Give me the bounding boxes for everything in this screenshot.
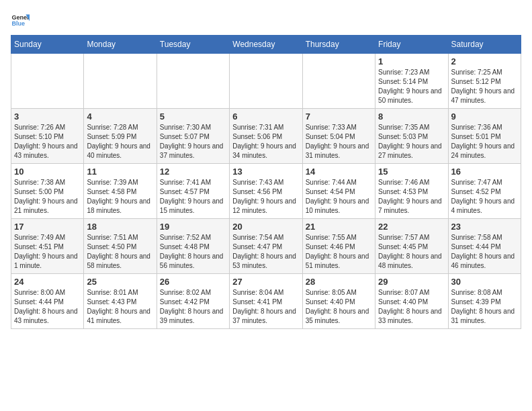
calendar-cell [11, 54, 84, 109]
day-number: 14 [306, 167, 372, 177]
day-info: Sunrise: 7:43 AM Sunset: 4:56 PM Dayligh… [232, 178, 299, 216]
day-header-wednesday: Wednesday [230, 36, 302, 54]
calendar-cell: 15Sunrise: 7:46 AM Sunset: 4:53 PM Dayli… [375, 164, 448, 219]
day-number: 20 [232, 222, 299, 232]
day-info: Sunrise: 8:02 AM Sunset: 4:42 PM Dayligh… [160, 288, 226, 326]
day-info: Sunrise: 7:54 AM Sunset: 4:47 PM Dayligh… [232, 233, 299, 271]
header: General Blue [11, 11, 521, 30]
day-info: Sunrise: 8:01 AM Sunset: 4:43 PM Dayligh… [87, 288, 153, 326]
calendar-cell: 1Sunrise: 7:23 AM Sunset: 5:14 PM Daylig… [375, 54, 448, 109]
calendar-cell: 24Sunrise: 8:00 AM Sunset: 4:44 PM Dayli… [11, 274, 84, 329]
logo-icon: General Blue [11, 11, 30, 30]
calendar-cell: 6Sunrise: 7:31 AM Sunset: 5:06 PM Daylig… [230, 109, 302, 164]
day-info: Sunrise: 7:38 AM Sunset: 5:00 PM Dayligh… [14, 178, 81, 216]
day-number: 29 [378, 277, 445, 287]
day-number: 11 [87, 167, 153, 177]
calendar-cell: 20Sunrise: 7:54 AM Sunset: 4:47 PM Dayli… [230, 219, 302, 274]
calendar-cell [84, 54, 157, 109]
calendar-cell: 18Sunrise: 7:51 AM Sunset: 4:50 PM Dayli… [84, 219, 157, 274]
day-info: Sunrise: 7:46 AM Sunset: 4:53 PM Dayligh… [378, 178, 445, 216]
day-number: 25 [87, 277, 153, 287]
day-number: 16 [451, 167, 518, 177]
calendar-cell [230, 54, 302, 109]
day-number: 5 [160, 111, 226, 122]
day-number: 8 [378, 111, 445, 122]
day-number: 4 [87, 111, 153, 122]
day-number: 24 [14, 277, 81, 287]
day-info: Sunrise: 8:04 AM Sunset: 4:41 PM Dayligh… [232, 288, 299, 326]
day-info: Sunrise: 8:07 AM Sunset: 4:40 PM Dayligh… [378, 288, 445, 326]
day-info: Sunrise: 7:33 AM Sunset: 5:04 PM Dayligh… [306, 123, 372, 161]
calendar-cell: 29Sunrise: 8:07 AM Sunset: 4:40 PM Dayli… [375, 274, 448, 329]
day-info: Sunrise: 7:31 AM Sunset: 5:06 PM Dayligh… [232, 123, 299, 161]
calendar-cell: 21Sunrise: 7:55 AM Sunset: 4:46 PM Dayli… [302, 219, 375, 274]
day-number: 9 [451, 111, 518, 122]
calendar-cell: 2Sunrise: 7:25 AM Sunset: 5:12 PM Daylig… [448, 54, 521, 109]
day-info: Sunrise: 7:58 AM Sunset: 4:44 PM Dayligh… [451, 233, 518, 271]
calendar-cell: 4Sunrise: 7:28 AM Sunset: 5:09 PM Daylig… [84, 109, 157, 164]
day-info: Sunrise: 7:36 AM Sunset: 5:01 PM Dayligh… [451, 123, 518, 161]
day-info: Sunrise: 7:23 AM Sunset: 5:14 PM Dayligh… [378, 68, 445, 105]
calendar-cell: 7Sunrise: 7:33 AM Sunset: 5:04 PM Daylig… [302, 109, 375, 164]
day-number: 27 [232, 277, 299, 287]
svg-text:Blue: Blue [11, 20, 25, 27]
calendar-cell: 26Sunrise: 8:02 AM Sunset: 4:42 PM Dayli… [157, 274, 229, 329]
day-info: Sunrise: 7:47 AM Sunset: 4:52 PM Dayligh… [451, 178, 518, 216]
calendar-table: SundayMondayTuesdayWednesdayThursdayFrid… [11, 35, 521, 329]
calendar-cell: 28Sunrise: 8:05 AM Sunset: 4:40 PM Dayli… [302, 274, 375, 329]
day-header-thursday: Thursday [302, 36, 375, 54]
day-info: Sunrise: 7:55 AM Sunset: 4:46 PM Dayligh… [306, 233, 372, 271]
day-info: Sunrise: 7:30 AM Sunset: 5:07 PM Dayligh… [160, 123, 226, 161]
day-info: Sunrise: 7:52 AM Sunset: 4:48 PM Dayligh… [160, 233, 226, 271]
day-header-sunday: Sunday [11, 36, 84, 54]
calendar-cell: 8Sunrise: 7:35 AM Sunset: 5:03 PM Daylig… [375, 109, 448, 164]
day-header-saturday: Saturday [448, 36, 521, 54]
calendar-cell: 5Sunrise: 7:30 AM Sunset: 5:07 PM Daylig… [157, 109, 229, 164]
calendar-cell: 10Sunrise: 7:38 AM Sunset: 5:00 PM Dayli… [11, 164, 84, 219]
calendar-cell: 17Sunrise: 7:49 AM Sunset: 4:51 PM Dayli… [11, 219, 84, 274]
calendar-cell: 27Sunrise: 8:04 AM Sunset: 4:41 PM Dayli… [230, 274, 302, 329]
calendar-cell: 22Sunrise: 7:57 AM Sunset: 4:45 PM Dayli… [375, 219, 448, 274]
calendar-cell: 25Sunrise: 8:01 AM Sunset: 4:43 PM Dayli… [84, 274, 157, 329]
day-number: 30 [451, 277, 518, 287]
day-info: Sunrise: 8:08 AM Sunset: 4:39 PM Dayligh… [451, 288, 518, 326]
day-info: Sunrise: 8:00 AM Sunset: 4:44 PM Dayligh… [14, 288, 81, 326]
day-info: Sunrise: 7:25 AM Sunset: 5:12 PM Dayligh… [451, 68, 518, 105]
day-info: Sunrise: 7:41 AM Sunset: 4:57 PM Dayligh… [160, 178, 226, 216]
day-info: Sunrise: 7:26 AM Sunset: 5:10 PM Dayligh… [14, 123, 81, 161]
calendar-cell: 13Sunrise: 7:43 AM Sunset: 4:56 PM Dayli… [230, 164, 302, 219]
day-info: Sunrise: 7:49 AM Sunset: 4:51 PM Dayligh… [14, 233, 81, 271]
day-number: 23 [451, 222, 518, 232]
day-number: 22 [378, 222, 445, 232]
day-info: Sunrise: 7:28 AM Sunset: 5:09 PM Dayligh… [87, 123, 153, 161]
calendar-cell: 19Sunrise: 7:52 AM Sunset: 4:48 PM Dayli… [157, 219, 229, 274]
day-number: 7 [306, 111, 372, 122]
calendar-cell: 16Sunrise: 7:47 AM Sunset: 4:52 PM Dayli… [448, 164, 521, 219]
day-number: 1 [378, 56, 445, 66]
calendar-cell: 23Sunrise: 7:58 AM Sunset: 4:44 PM Dayli… [448, 219, 521, 274]
day-info: Sunrise: 7:57 AM Sunset: 4:45 PM Dayligh… [378, 233, 445, 271]
day-number: 28 [306, 277, 372, 287]
day-number: 6 [232, 111, 299, 122]
calendar-cell: 14Sunrise: 7:44 AM Sunset: 4:54 PM Dayli… [302, 164, 375, 219]
day-info: Sunrise: 7:39 AM Sunset: 4:58 PM Dayligh… [87, 178, 153, 216]
calendar-cell: 3Sunrise: 7:26 AM Sunset: 5:10 PM Daylig… [11, 109, 84, 164]
day-number: 13 [232, 167, 299, 177]
day-number: 17 [14, 222, 81, 232]
day-number: 21 [306, 222, 372, 232]
day-number: 12 [160, 167, 226, 177]
day-info: Sunrise: 8:05 AM Sunset: 4:40 PM Dayligh… [306, 288, 372, 326]
day-number: 3 [14, 111, 81, 122]
day-header-tuesday: Tuesday [157, 36, 229, 54]
calendar-cell: 30Sunrise: 8:08 AM Sunset: 4:39 PM Dayli… [448, 274, 521, 329]
day-info: Sunrise: 7:51 AM Sunset: 4:50 PM Dayligh… [87, 233, 153, 271]
day-info: Sunrise: 7:35 AM Sunset: 5:03 PM Dayligh… [378, 123, 445, 161]
calendar-cell: 9Sunrise: 7:36 AM Sunset: 5:01 PM Daylig… [448, 109, 521, 164]
calendar-cell [302, 54, 375, 109]
calendar-cell: 11Sunrise: 7:39 AM Sunset: 4:58 PM Dayli… [84, 164, 157, 219]
day-number: 18 [87, 222, 153, 232]
day-header-monday: Monday [84, 36, 157, 54]
day-info: Sunrise: 7:44 AM Sunset: 4:54 PM Dayligh… [306, 178, 372, 216]
calendar-cell [157, 54, 229, 109]
calendar-cell: 12Sunrise: 7:41 AM Sunset: 4:57 PM Dayli… [157, 164, 229, 219]
